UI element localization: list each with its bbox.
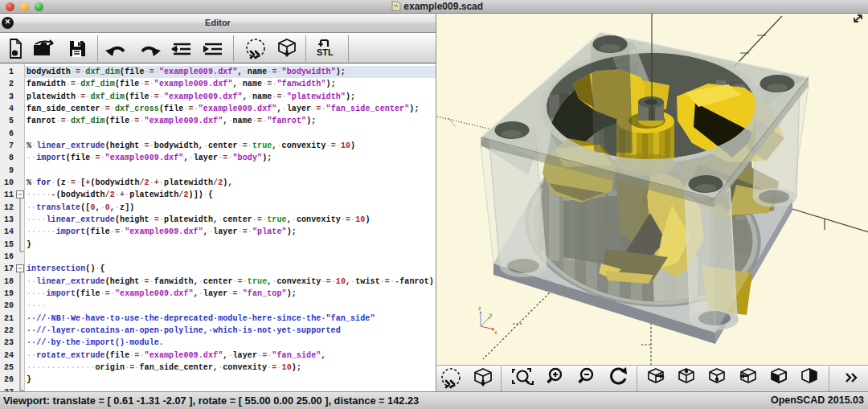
svg-text:z: z [478,305,481,311]
svg-text:STL: STL [317,47,334,57]
svg-text:y: y [489,312,493,318]
svg-text:x: x [494,329,497,335]
